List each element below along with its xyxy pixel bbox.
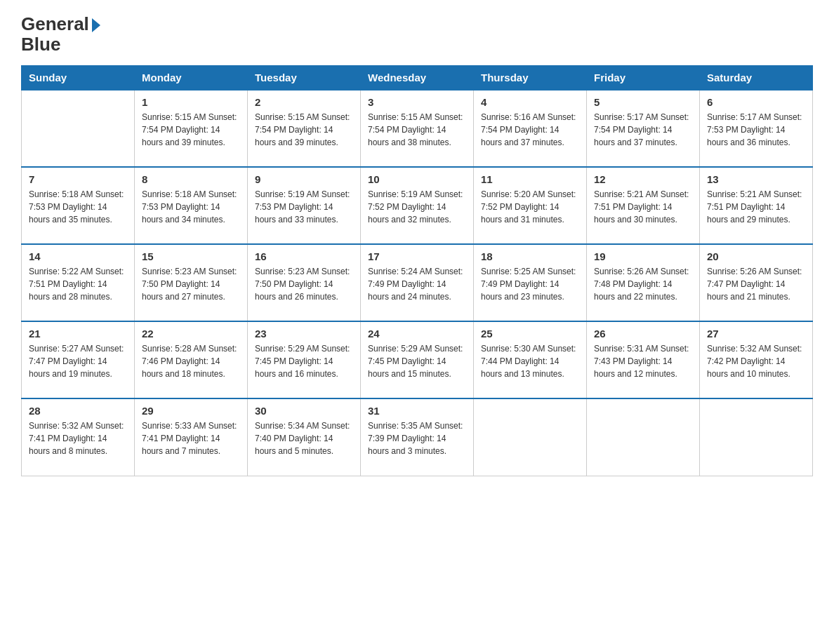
calendar-cell	[22, 90, 135, 167]
calendar-cell: 28Sunrise: 5:32 AM Sunset: 7:41 PM Dayli…	[22, 398, 135, 476]
day-info: Sunrise: 5:30 AM Sunset: 7:44 PM Dayligh…	[481, 342, 579, 380]
calendar-cell: 12Sunrise: 5:21 AM Sunset: 7:51 PM Dayli…	[587, 167, 700, 244]
day-number: 12	[594, 173, 692, 185]
day-info: Sunrise: 5:32 AM Sunset: 7:41 PM Dayligh…	[29, 420, 127, 457]
day-number: 17	[368, 250, 466, 262]
day-number: 7	[29, 173, 127, 185]
calendar-cell: 9Sunrise: 5:19 AM Sunset: 7:53 PM Daylig…	[248, 167, 361, 244]
calendar-cell: 24Sunrise: 5:29 AM Sunset: 7:45 PM Dayli…	[361, 321, 474, 398]
logo-blue: Blue	[21, 34, 60, 55]
day-number: 9	[255, 173, 353, 185]
calendar-table: SundayMondayTuesdayWednesdayThursdayFrid…	[21, 65, 813, 476]
day-info: Sunrise: 5:18 AM Sunset: 7:53 PM Dayligh…	[142, 188, 240, 226]
calendar-cell: 19Sunrise: 5:26 AM Sunset: 7:48 PM Dayli…	[587, 244, 700, 321]
calendar-cell: 17Sunrise: 5:24 AM Sunset: 7:49 PM Dayli…	[361, 244, 474, 321]
day-info: Sunrise: 5:20 AM Sunset: 7:52 PM Dayligh…	[481, 188, 579, 226]
day-info: Sunrise: 5:24 AM Sunset: 7:49 PM Dayligh…	[368, 265, 466, 303]
calendar-cell: 31Sunrise: 5:35 AM Sunset: 7:39 PM Dayli…	[361, 398, 474, 476]
day-info: Sunrise: 5:15 AM Sunset: 7:54 PM Dayligh…	[142, 111, 240, 149]
calendar-cell: 14Sunrise: 5:22 AM Sunset: 7:51 PM Dayli…	[22, 244, 135, 321]
calendar-cell: 25Sunrise: 5:30 AM Sunset: 7:44 PM Dayli…	[474, 321, 587, 398]
day-info: Sunrise: 5:21 AM Sunset: 7:51 PM Dayligh…	[707, 188, 805, 226]
day-info: Sunrise: 5:25 AM Sunset: 7:49 PM Dayligh…	[481, 265, 579, 303]
week-row-3: 14Sunrise: 5:22 AM Sunset: 7:51 PM Dayli…	[22, 244, 813, 321]
day-info: Sunrise: 5:32 AM Sunset: 7:42 PM Dayligh…	[707, 342, 805, 380]
calendar-cell: 30Sunrise: 5:34 AM Sunset: 7:40 PM Dayli…	[248, 398, 361, 476]
day-info: Sunrise: 5:21 AM Sunset: 7:51 PM Dayligh…	[594, 188, 692, 226]
day-info: Sunrise: 5:19 AM Sunset: 7:53 PM Dayligh…	[255, 188, 353, 226]
header-wednesday: Wednesday	[361, 66, 474, 90]
calendar-cell: 27Sunrise: 5:32 AM Sunset: 7:42 PM Dayli…	[700, 321, 813, 398]
header-tuesday: Tuesday	[248, 66, 361, 90]
day-number: 22	[142, 328, 240, 340]
logo-arrow-icon	[92, 18, 100, 32]
day-number: 15	[142, 250, 240, 262]
page-header: General Blue	[21, 14, 813, 54]
calendar-cell: 10Sunrise: 5:19 AM Sunset: 7:52 PM Dayli…	[361, 167, 474, 244]
day-info: Sunrise: 5:16 AM Sunset: 7:54 PM Dayligh…	[481, 111, 579, 149]
header-sunday: Sunday	[22, 66, 135, 90]
calendar-cell: 18Sunrise: 5:25 AM Sunset: 7:49 PM Dayli…	[474, 244, 587, 321]
day-number: 6	[707, 96, 805, 108]
calendar-cell: 23Sunrise: 5:29 AM Sunset: 7:45 PM Dayli…	[248, 321, 361, 398]
day-info: Sunrise: 5:22 AM Sunset: 7:51 PM Dayligh…	[29, 265, 127, 303]
day-number: 31	[368, 405, 466, 417]
day-number: 28	[29, 405, 127, 417]
calendar-cell: 29Sunrise: 5:33 AM Sunset: 7:41 PM Dayli…	[135, 398, 248, 476]
day-number: 23	[255, 328, 353, 340]
calendar-cell: 15Sunrise: 5:23 AM Sunset: 7:50 PM Dayli…	[135, 244, 248, 321]
day-info: Sunrise: 5:26 AM Sunset: 7:48 PM Dayligh…	[594, 265, 692, 303]
calendar-cell: 22Sunrise: 5:28 AM Sunset: 7:46 PM Dayli…	[135, 321, 248, 398]
day-number: 27	[707, 328, 805, 340]
day-info: Sunrise: 5:31 AM Sunset: 7:43 PM Dayligh…	[594, 342, 692, 380]
day-info: Sunrise: 5:18 AM Sunset: 7:53 PM Dayligh…	[29, 188, 127, 226]
day-info: Sunrise: 5:17 AM Sunset: 7:53 PM Dayligh…	[707, 111, 805, 149]
day-info: Sunrise: 5:27 AM Sunset: 7:47 PM Dayligh…	[29, 342, 127, 380]
day-info: Sunrise: 5:15 AM Sunset: 7:54 PM Dayligh…	[368, 111, 466, 149]
day-info: Sunrise: 5:23 AM Sunset: 7:50 PM Dayligh…	[142, 265, 240, 303]
day-number: 20	[707, 250, 805, 262]
day-info: Sunrise: 5:35 AM Sunset: 7:39 PM Dayligh…	[368, 420, 466, 457]
day-info: Sunrise: 5:26 AM Sunset: 7:47 PM Dayligh…	[707, 265, 805, 303]
header-saturday: Saturday	[700, 66, 813, 90]
calendar-cell: 26Sunrise: 5:31 AM Sunset: 7:43 PM Dayli…	[587, 321, 700, 398]
day-number: 5	[594, 96, 692, 108]
day-info: Sunrise: 5:23 AM Sunset: 7:50 PM Dayligh…	[255, 265, 353, 303]
day-number: 26	[594, 328, 692, 340]
calendar-cell: 2Sunrise: 5:15 AM Sunset: 7:54 PM Daylig…	[248, 90, 361, 167]
day-info: Sunrise: 5:19 AM Sunset: 7:52 PM Dayligh…	[368, 188, 466, 226]
week-row-2: 7Sunrise: 5:18 AM Sunset: 7:53 PM Daylig…	[22, 167, 813, 244]
day-info: Sunrise: 5:34 AM Sunset: 7:40 PM Dayligh…	[255, 420, 353, 457]
day-number: 11	[481, 173, 579, 185]
logo-general: General	[21, 14, 89, 34]
header-friday: Friday	[587, 66, 700, 90]
day-number: 2	[255, 96, 353, 108]
calendar-cell: 3Sunrise: 5:15 AM Sunset: 7:54 PM Daylig…	[361, 90, 474, 167]
day-info: Sunrise: 5:15 AM Sunset: 7:54 PM Dayligh…	[255, 111, 353, 149]
day-info: Sunrise: 5:28 AM Sunset: 7:46 PM Dayligh…	[142, 342, 240, 380]
week-row-1: 1Sunrise: 5:15 AM Sunset: 7:54 PM Daylig…	[22, 90, 813, 167]
calendar-cell: 13Sunrise: 5:21 AM Sunset: 7:51 PM Dayli…	[700, 167, 813, 244]
day-number: 25	[481, 328, 579, 340]
day-number: 29	[142, 405, 240, 417]
calendar-cell: 5Sunrise: 5:17 AM Sunset: 7:54 PM Daylig…	[587, 90, 700, 167]
day-info: Sunrise: 5:29 AM Sunset: 7:45 PM Dayligh…	[255, 342, 353, 380]
day-number: 3	[368, 96, 466, 108]
calendar-cell: 16Sunrise: 5:23 AM Sunset: 7:50 PM Dayli…	[248, 244, 361, 321]
calendar-cell: 21Sunrise: 5:27 AM Sunset: 7:47 PM Dayli…	[22, 321, 135, 398]
day-number: 1	[142, 96, 240, 108]
day-number: 8	[142, 173, 240, 185]
calendar-cell	[700, 398, 813, 476]
calendar-cell	[474, 398, 587, 476]
day-number: 13	[707, 173, 805, 185]
day-number: 4	[481, 96, 579, 108]
day-number: 10	[368, 173, 466, 185]
calendar-cell	[587, 398, 700, 476]
day-info: Sunrise: 5:33 AM Sunset: 7:41 PM Dayligh…	[142, 420, 240, 457]
day-number: 19	[594, 250, 692, 262]
day-number: 16	[255, 250, 353, 262]
calendar-cell: 4Sunrise: 5:16 AM Sunset: 7:54 PM Daylig…	[474, 90, 587, 167]
day-number: 21	[29, 328, 127, 340]
day-number: 30	[255, 405, 353, 417]
calendar-cell: 20Sunrise: 5:26 AM Sunset: 7:47 PM Dayli…	[700, 244, 813, 321]
